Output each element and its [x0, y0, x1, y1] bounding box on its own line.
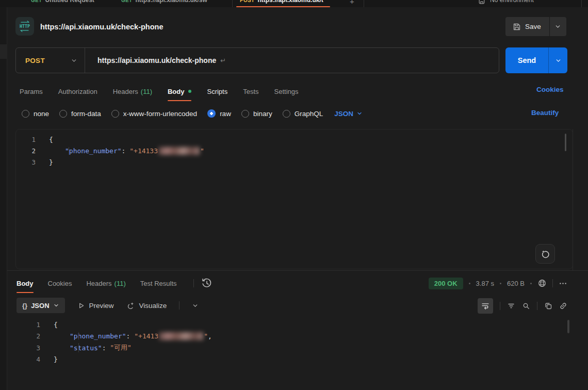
save-split-button: Save — [505, 17, 566, 36]
panel-border — [573, 129, 573, 270]
more-views-chevron[interactable] — [192, 302, 199, 309]
headers-count-badge: (11) — [141, 88, 152, 95]
colon: : — [102, 344, 110, 352]
mode-none[interactable]: none — [22, 110, 49, 118]
enter-hint-icon: ↵ — [220, 57, 226, 64]
environment-selector[interactable]: No environment — [490, 0, 534, 4]
save-button[interactable]: Save — [505, 17, 549, 36]
brace-close: } — [54, 355, 58, 363]
link-icon — [559, 302, 567, 310]
code-line: 1 { — [16, 134, 573, 145]
tab-headers[interactable]: Headers (11) — [113, 82, 152, 101]
mode-label: raw — [220, 110, 231, 118]
search-icon — [522, 302, 530, 310]
mode-form-data[interactable]: form-data — [59, 110, 101, 118]
divider — [500, 302, 500, 310]
share-link-button[interactable] — [559, 302, 567, 310]
request-tab-1[interactable]: GET Untitled Request — [31, 0, 94, 4]
tab-label: Scripts — [207, 88, 227, 95]
request-body-editor[interactable]: 1 { 2 "phone_number": "+14133" 3 } — [15, 129, 573, 269]
body-mode-options: none form-data x-www-form-urlencoded raw… — [22, 105, 363, 122]
response-tab-headers[interactable]: Headers (11) — [86, 273, 125, 293]
tab-params[interactable]: Params — [20, 82, 43, 101]
mode-binary[interactable]: binary — [241, 110, 272, 118]
request-tab-3-active[interactable]: POST https://api.xiaomu.uk/t — [240, 0, 323, 4]
tab-label: Test Results — [140, 280, 177, 287]
tab-scripts[interactable]: Scripts — [207, 82, 227, 101]
word-wrap-icon — [481, 302, 489, 310]
json-value: "+1413 — [134, 332, 158, 340]
response-toolbar: {} JSON Preview Visualize — [17, 297, 199, 314]
radio-selected-icon — [207, 109, 216, 118]
colon: : — [126, 332, 135, 340]
response-tab-body-active[interactable]: Body — [17, 273, 34, 293]
response-format-dropdown[interactable]: {} JSON — [17, 298, 65, 313]
divider — [193, 279, 194, 287]
tab-label: Headers — [86, 280, 111, 287]
editor-scrollbar[interactable] — [565, 134, 566, 151]
line-number: 1 — [15, 321, 40, 329]
url-input[interactable]: https://api.xiaomu.uk/check-phone — [97, 56, 216, 64]
response-tab-cookies[interactable]: Cookies — [48, 273, 72, 293]
radio-icon — [22, 110, 29, 118]
line-number: 3 — [16, 158, 36, 166]
search-button[interactable] — [522, 302, 530, 310]
tab-label: Authorization — [58, 88, 97, 95]
method-badge: GET — [31, 0, 42, 3]
response-actions-button[interactable] — [559, 279, 567, 288]
response-scrollbar[interactable] — [567, 320, 569, 333]
visualize-button[interactable]: Visualize — [126, 301, 167, 310]
cookies-link[interactable]: Cookies — [536, 86, 564, 93]
send-button[interactable]: Send — [505, 47, 548, 73]
workspace-tab-bar: GET Untitled Request GET https://api.xia… — [0, 0, 588, 7]
method-value: POST — [25, 57, 71, 64]
preview-button[interactable]: Preview — [77, 302, 114, 310]
tab-body-active[interactable]: Body — [168, 82, 192, 101]
json-value-close: " — [200, 147, 204, 155]
mode-raw-selected[interactable]: raw — [207, 109, 231, 118]
brace-open: { — [49, 136, 53, 143]
response-size[interactable]: 620 B — [507, 280, 525, 287]
play-icon — [77, 302, 85, 310]
copy-button[interactable] — [544, 302, 552, 310]
dot-separator — [500, 283, 501, 284]
chevron-down-icon — [71, 57, 77, 64]
tab-settings[interactable]: Settings — [274, 82, 299, 101]
format-value: JSON — [31, 302, 49, 310]
sidebar-rail[interactable] — [0, 7, 7, 390]
response-tools — [478, 298, 567, 314]
response-divider — [7, 270, 588, 271]
send-split-button: Send — [505, 47, 567, 73]
beautify-link[interactable]: Beautify — [531, 109, 559, 117]
colon: : — [122, 147, 130, 155]
response-time[interactable]: 3.87 s — [476, 280, 494, 287]
method-selector[interactable]: POST — [16, 57, 85, 64]
postbot-ai-button[interactable] — [535, 244, 555, 264]
mode-urlencoded[interactable]: x-www-form-urlencoded — [111, 110, 197, 118]
word-wrap-button[interactable] — [478, 298, 493, 314]
format-value: JSON — [334, 110, 353, 118]
response-body-viewer[interactable]: 1 { 2 "phone_number": "+1413", 3 "status… — [15, 319, 578, 365]
method-badge: GET — [121, 0, 132, 3]
comma: , — [208, 332, 212, 340]
filter-button[interactable] — [507, 302, 515, 310]
url-bar: POST https://api.xiaomu.uk/check-phone ↵ — [15, 47, 499, 73]
raw-format-dropdown[interactable]: JSON — [334, 110, 363, 118]
send-options-button[interactable] — [549, 47, 567, 73]
new-tab-button[interactable]: + — [350, 0, 354, 6]
tab-authorization[interactable]: Authorization — [58, 82, 97, 101]
indent-guide — [69, 147, 69, 155]
divider — [179, 301, 179, 310]
line-number: 4 — [15, 355, 40, 363]
save-options-button[interactable] — [550, 17, 566, 36]
tab-tests[interactable]: Tests — [243, 82, 258, 101]
mode-graphql[interactable]: GraphQL — [283, 110, 323, 118]
response-tab-test-results[interactable]: Test Results — [140, 273, 177, 293]
network-info-button[interactable] — [537, 279, 547, 288]
status-badge[interactable]: 200 OK — [429, 278, 463, 289]
sidebar-drag-handle[interactable] — [0, 44, 7, 59]
response-meta: 200 OK 3.87 s 620 B — [429, 275, 567, 291]
divider — [537, 302, 537, 310]
response-history-button[interactable] — [201, 278, 213, 289]
request-tab-2[interactable]: GET https://api.xiaomu.uk/sw — [121, 0, 207, 4]
